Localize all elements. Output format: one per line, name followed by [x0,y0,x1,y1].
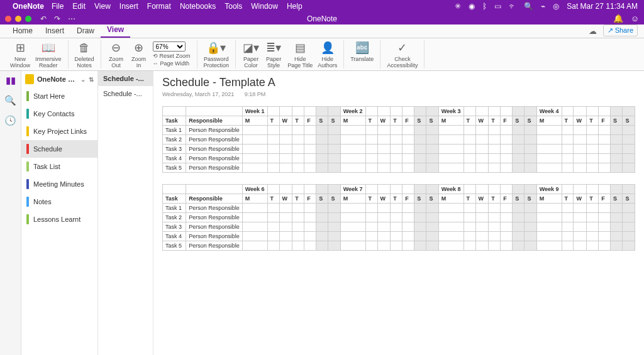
page-title[interactable]: Schedule - Template A [162,76,635,89]
table-row[interactable]: Task 1Person Responsible [163,126,635,135]
section-meeting-minutes[interactable]: Meeting Minutes [21,175,97,193]
tab-view[interactable]: View [101,23,130,38]
sync-status-icon[interactable]: ☁ [589,26,597,36]
reset-zoom-button[interactable]: ⟲Reset Zoom [153,53,191,59]
schedule-table[interactable]: Week 1Week 2Week 3Week 4TaskResponsibleM… [162,106,635,173]
page-time: 9:18 PM [245,91,266,97]
table-row[interactable]: Task 1Person Responsible [163,204,635,213]
menu-notebooks[interactable]: Notebooks [180,2,216,11]
wifi-icon[interactable]: ᯤ [509,2,516,11]
sync-icon[interactable]: ✳ [455,2,461,11]
redo-icon[interactable]: ↷ [54,14,60,23]
siri-icon[interactable]: ◎ [553,2,559,11]
share-button[interactable]: ↗ Share [603,25,638,36]
bluetooth-icon[interactable]: ᛒ [482,2,487,11]
recent-icon[interactable]: 🕓 [4,115,16,126]
section-color-icon [26,214,29,224]
page-width-button[interactable]: ↔Page Width [153,60,191,67]
macos-menubar: OneNote FileEditViewInsertFormatNotebook… [0,0,644,13]
section-color-icon [26,91,29,101]
table-row[interactable]: Task 2Person Responsible [163,213,635,222]
page-canvas[interactable]: Schedule - Template A Wednesday, March 1… [153,71,644,355]
deleted-notes-button[interactable]: 🗑DeletedNotes [72,40,97,70]
menu-help[interactable]: Help [287,2,303,11]
paper-style-button[interactable]: ≣▾PaperStyle [262,40,285,70]
menu-edit[interactable]: Edit [72,2,86,11]
close-button[interactable] [5,16,11,22]
undo-icon[interactable]: ↶ [40,14,47,23]
app-name[interactable]: OneNote [13,2,44,11]
menu-view[interactable]: View [94,2,111,11]
section-lessons-learnt[interactable]: Lessons Learnt [21,210,97,228]
password-protection-button[interactable]: 🔒▾PasswordProtection [201,40,232,70]
section-task-list[interactable]: Task List [21,158,97,175]
status-dot-icon[interactable]: ◉ [469,2,475,11]
section-color-icon [26,179,29,189]
menu-window[interactable]: Window [251,2,278,11]
zoom-select[interactable]: 67% [153,41,186,52]
table-row[interactable]: Task 5Person Responsible [163,241,635,251]
zoom-in-button[interactable]: ⊕ZoomIn [128,40,150,70]
new-window-button[interactable]: ⊞NewWindow [8,40,33,70]
menu-insert[interactable]: Insert [119,2,138,11]
schedule-table[interactable]: Week 6Week 7Week 8Week 9TaskResponsibleM… [162,184,635,251]
page-width-icon: ↔ [153,60,158,67]
hide-page-title-button[interactable]: ▤HidePage Title [285,40,315,70]
section-key-project-links[interactable]: Key Project Links [21,123,97,140]
section-label: Schedule [33,145,62,153]
sections-column: OneNote Template for Pr... ⌄ ⇅ Start Her… [21,71,98,355]
menubar-datetime[interactable]: Sat Mar 27 11:34 AM [567,2,638,11]
page-date: Wednesday, March 17, 2021 [162,91,234,97]
section-label: Task List [33,163,60,170]
immersive-reader-button[interactable]: 📖ImmersiveReader [33,40,64,70]
search-icon[interactable]: 🔍 [4,95,16,106]
table-row[interactable]: Task 5Person Responsible [163,163,635,173]
translate-button[interactable]: 🔤Translate [348,40,376,64]
table-row[interactable]: Task 2Person Responsible [163,135,635,145]
sort-icon[interactable]: ⇅ [89,76,94,83]
battery-icon[interactable]: ▭ [494,2,501,11]
control-center-icon[interactable]: ⌁ [541,2,545,11]
notifications-icon[interactable]: 🔔 [613,14,623,23]
zoom-out-button[interactable]: ⊖ZoomOut [105,40,128,70]
notebook-name: OneNote Template for Pr... [37,75,77,83]
tab-draw[interactable]: Draw [70,25,101,38]
check-accessibility-button[interactable]: ✓CheckAccessibility [384,40,420,70]
menu-tools[interactable]: Tools [225,2,242,11]
left-rail: ▮▮ 🔍 🕓 [0,71,21,355]
table-row[interactable]: Task 3Person Responsible [163,145,635,154]
page-item[interactable]: Schedule -... [98,86,153,101]
paper-style-icon: ≣▾ [266,41,281,55]
account-icon[interactable]: ☺ [631,14,639,23]
section-color-icon [26,126,29,136]
menu-format[interactable]: Format [147,2,171,11]
paper-color-button[interactable]: ◪▾PaperColor [240,40,262,70]
page-meta: Wednesday, March 17, 2021 9:18 PM [162,91,635,97]
section-start-here[interactable]: Start Here [21,87,97,105]
section-schedule[interactable]: Schedule [21,140,97,158]
hide-authors-icon: 👤 [321,41,335,55]
zoom-in-icon: ⊕ [134,41,143,55]
window-title: OneNote [307,14,337,23]
spotlight-icon[interactable]: 🔍 [524,2,533,11]
ribbon-view: ⊞NewWindow 📖ImmersiveReader 🗑DeletedNote… [0,38,644,71]
customize-qat-icon[interactable]: ⋯ [68,14,75,23]
section-key-contacts[interactable]: Key Contacts [21,105,97,123]
tab-home[interactable]: Home [6,25,39,38]
table-row[interactable]: Task 3Person Responsible [163,222,635,232]
tab-insert[interactable]: Insert [39,25,70,38]
menu-file[interactable]: File [52,2,64,11]
chevron-down-icon[interactable]: ⌄ [80,76,86,83]
page-item[interactable]: Schedule -... [98,71,153,86]
notebook-color-icon [25,74,34,84]
notebook-header[interactable]: OneNote Template for Pr... ⌄ ⇅ [21,71,97,87]
notebooks-icon[interactable]: ▮▮ [6,75,16,86]
maximize-button[interactable] [25,16,31,22]
new-window-icon: ⊞ [16,41,25,55]
section-color-icon [26,144,29,154]
table-row[interactable]: Task 4Person Responsible [163,232,635,241]
section-notes[interactable]: Notes [21,193,97,210]
table-row[interactable]: Task 4Person Responsible [163,154,635,163]
hide-authors-button[interactable]: 👤HideAuthors [315,40,340,70]
minimize-button[interactable] [15,16,21,22]
